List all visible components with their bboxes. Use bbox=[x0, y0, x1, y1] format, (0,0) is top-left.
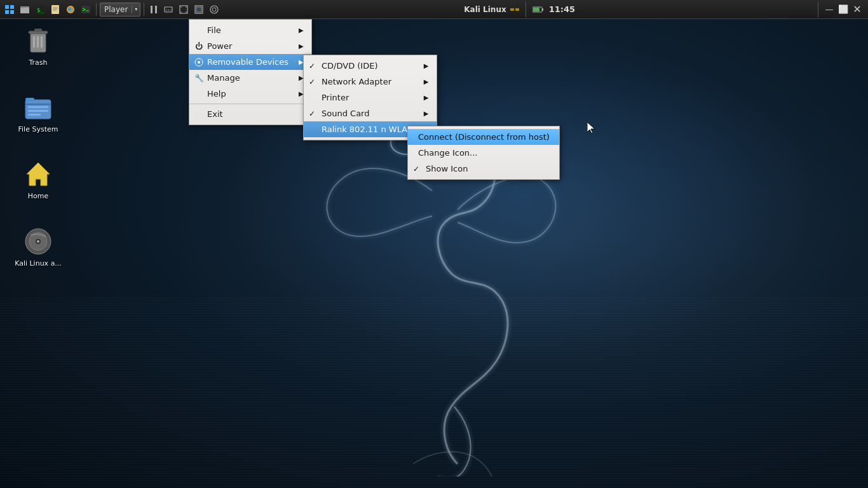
kali-disc-icon[interactable]: Kali Linux a... bbox=[13, 226, 64, 268]
ralink-connect-menu: Connect (Disconnect from host) Change Ic… bbox=[407, 126, 560, 180]
menu-item-soundcard[interactable]: ✓ Sound Card ▶ bbox=[304, 105, 437, 121]
svg-point-46 bbox=[37, 240, 39, 243]
filesystem-icon-image bbox=[23, 92, 53, 123]
menu-separator-1 bbox=[189, 104, 311, 104]
trash-icon-image bbox=[23, 25, 53, 56]
trash-icon[interactable]: Trash bbox=[13, 25, 64, 67]
cddvd-arrow-icon: ▶ bbox=[414, 62, 429, 69]
manage-label: Manage bbox=[207, 73, 240, 83]
pause-button[interactable] bbox=[147, 4, 160, 15]
time-display: 11:45 bbox=[549, 4, 575, 14]
separator-1 bbox=[96, 3, 97, 16]
player-arrow-icon[interactable]: ▾ bbox=[132, 5, 140, 13]
menu-item-network[interactable]: ✓ Network Adapter ▶ bbox=[304, 74, 437, 90]
svg-point-26 bbox=[212, 8, 216, 11]
svg-rect-31 bbox=[33, 36, 35, 48]
help-arrow-icon: ▶ bbox=[288, 90, 304, 97]
fit-guest-button[interactable] bbox=[177, 4, 191, 15]
menu-item-change-icon[interactable]: Change Icon... bbox=[408, 145, 559, 161]
taskbar-left: $_ Player ▾ Ctr bbox=[0, 3, 224, 17]
power-arrow-icon: ▶ bbox=[288, 43, 304, 50]
show-icon-label: Show Icon bbox=[426, 164, 468, 173]
removable-devices-menu: ✓ CD/DVD (IDE) ▶ ✓ Network Adapter ▶ Pri… bbox=[303, 55, 437, 140]
manage-icon: 🔧 bbox=[193, 72, 205, 84]
separator-2 bbox=[144, 3, 144, 16]
file-label: File bbox=[207, 25, 221, 35]
home-label: Home bbox=[28, 192, 48, 200]
vm-name: Kali Linux bbox=[464, 5, 506, 14]
vm-divider bbox=[526, 2, 526, 17]
manage-arrow-icon: ▶ bbox=[288, 74, 304, 81]
desktop: $_ Player ▾ Ctr bbox=[0, 0, 868, 488]
menu-item-exit[interactable]: Exit bbox=[189, 106, 311, 122]
taskbar-center: Kali Linux 11:45 bbox=[224, 2, 815, 17]
menu-item-show-icon[interactable]: ✓ Show Icon bbox=[408, 161, 559, 177]
fullscreen-button[interactable] bbox=[192, 4, 206, 15]
svg-rect-18 bbox=[151, 6, 153, 13]
change-icon-label: Change Icon... bbox=[418, 148, 477, 158]
removable-label: Removable Devices bbox=[207, 57, 288, 67]
send-key-button[interactable]: Ctr bbox=[161, 4, 175, 15]
menu-item-manage[interactable]: 🔧 Manage ▶ bbox=[189, 70, 311, 86]
svg-rect-40 bbox=[28, 114, 41, 116]
svg-point-25 bbox=[210, 6, 218, 13]
menu-item-connect[interactable]: Connect (Disconnect from host) bbox=[408, 129, 559, 145]
menu-item-help[interactable]: Help ▶ bbox=[189, 86, 311, 102]
sound-card-label: Sound Card bbox=[322, 109, 369, 118]
svg-rect-33 bbox=[41, 36, 43, 48]
kali-label: Kali Linux a... bbox=[15, 259, 62, 268]
app-menu-icon[interactable] bbox=[3, 3, 17, 17]
vm-status-indicator bbox=[510, 8, 519, 11]
close-button[interactable]: ✕ bbox=[851, 4, 863, 15]
cddvd-label: CD/DVD (IDE) bbox=[322, 61, 378, 71]
svg-rect-1 bbox=[5, 5, 9, 9]
svg-rect-4 bbox=[10, 10, 14, 14]
network-check-icon: ✓ bbox=[309, 78, 315, 86]
kali-disc-image bbox=[23, 226, 53, 257]
svg-rect-19 bbox=[155, 6, 157, 13]
show-icon-check: ✓ bbox=[413, 165, 419, 173]
power-label: Power bbox=[207, 41, 232, 51]
svg-rect-29 bbox=[533, 8, 539, 11]
svg-rect-7 bbox=[20, 6, 24, 8]
status-dot-1 bbox=[510, 8, 514, 11]
main-menu: File ▶ ⏻ Power ▶ Removable Devices ▶ 🔧 M… bbox=[189, 19, 312, 125]
taskbar: $_ Player ▾ Ctr bbox=[0, 0, 868, 19]
restore-button[interactable]: ⬜ bbox=[837, 4, 849, 15]
terminal-icon[interactable]: $_ bbox=[33, 3, 47, 17]
svg-rect-10 bbox=[51, 5, 59, 14]
network-arrow-icon: ▶ bbox=[414, 78, 429, 85]
menu-item-power[interactable]: ⏻ Power ▶ bbox=[189, 38, 311, 54]
svg-marker-42 bbox=[27, 163, 50, 186]
ralink-label: Ralink 802.11 n WLAN bbox=[322, 125, 414, 134]
exit-label: Exit bbox=[207, 109, 223, 119]
file-arrow-icon: ▶ bbox=[288, 27, 304, 34]
files-icon[interactable] bbox=[18, 3, 32, 17]
cddvd-check-icon: ✓ bbox=[309, 62, 315, 71]
svg-point-48 bbox=[198, 61, 200, 64]
svg-rect-3 bbox=[5, 10, 9, 14]
power-icon: ⏻ bbox=[193, 41, 205, 52]
firefox-icon[interactable] bbox=[64, 3, 78, 17]
help-label: Help bbox=[207, 89, 226, 98]
svg-rect-35 bbox=[34, 29, 42, 32]
player-dropdown[interactable]: Player ▾ bbox=[100, 3, 140, 17]
menu-item-file[interactable]: File ▶ bbox=[189, 22, 311, 38]
svg-rect-41 bbox=[25, 98, 34, 101]
editor-icon[interactable] bbox=[48, 3, 62, 17]
unity-button[interactable] bbox=[207, 4, 221, 15]
filesystem-icon[interactable]: File System bbox=[13, 92, 64, 133]
status-dot-2 bbox=[515, 8, 519, 11]
home-icon[interactable]: Home bbox=[13, 159, 64, 200]
shell-icon[interactable] bbox=[79, 3, 93, 17]
menu-item-cddvd[interactable]: ✓ CD/DVD (IDE) ▶ bbox=[304, 58, 437, 74]
svg-rect-28 bbox=[542, 8, 543, 11]
ctrl-divider bbox=[818, 2, 818, 17]
svg-rect-39 bbox=[28, 110, 48, 112]
window-controls: — ⬜ ✕ bbox=[815, 2, 868, 17]
menu-item-removable[interactable]: Removable Devices ▶ bbox=[189, 54, 311, 70]
minimize-button[interactable]: — bbox=[824, 4, 835, 15]
svg-rect-38 bbox=[28, 106, 48, 108]
menu-item-printer[interactable]: Printer ▶ bbox=[304, 90, 437, 105]
svg-rect-2 bbox=[10, 5, 14, 9]
